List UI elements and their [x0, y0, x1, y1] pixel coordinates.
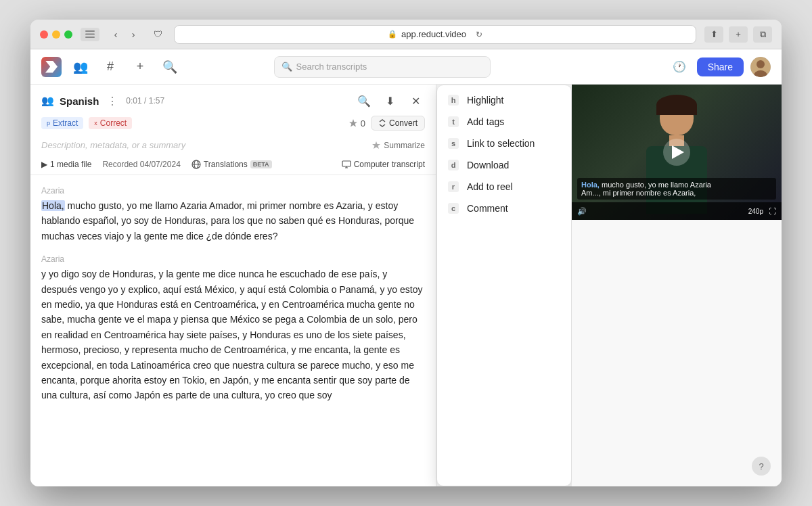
ai-icon — [348, 118, 358, 128]
quality-label[interactable]: 240p — [748, 208, 763, 215]
description-row: Description, metadata, or a summary Summ… — [41, 136, 425, 154]
transcript-close-btn[interactable]: ✕ — [406, 91, 425, 110]
svg-rect-0 — [85, 30, 95, 32]
transcript-text-2[interactable]: y yo digo soy de Honduras, y la gente me… — [41, 267, 425, 403]
hashtag-nav-btn[interactable]: # — [99, 56, 121, 78]
transcript-search-btn[interactable]: 🔍 — [355, 91, 374, 110]
extract-label: Extract — [53, 118, 78, 128]
add-nav-btn[interactable]: + — [129, 56, 151, 78]
correct-tag[interactable]: x Correct — [89, 117, 132, 129]
svg-rect-2 — [85, 37, 95, 38]
history-btn[interactable]: 🕐 — [669, 56, 690, 78]
shortcut-s: s — [448, 138, 459, 149]
person-head — [660, 98, 694, 135]
shortcut-d: d — [448, 160, 459, 170]
globe-icon — [191, 160, 201, 169]
subtitle-text-2: Am..., mi primer nombre es Azaria, — [581, 189, 696, 197]
translations-label: Translations — [204, 160, 248, 169]
tabs-action[interactable]: ⧉ — [753, 26, 772, 43]
video-container: Hola, mucho gusto, yo me llamo Azaria Am… — [572, 85, 782, 220]
transcript-download-btn[interactable]: ⬇ — [380, 91, 399, 110]
shortcut-t: t — [448, 116, 459, 127]
full-layout: 👥 # + 🔍 🔍 Search transcripts 🕐 Share — [30, 49, 782, 486]
context-highlight[interactable]: h Highlight — [437, 89, 571, 111]
svg-rect-9 — [342, 161, 351, 166]
shortcut-c: c — [448, 203, 459, 214]
triangle-icon: ▶ — [41, 160, 47, 169]
close-button[interactable] — [40, 30, 48, 39]
computer-transcript-label: Computer transcript — [354, 160, 425, 169]
titlebar-right: ⬆ + ⧉ — [704, 26, 772, 43]
correct-label: Correct — [100, 118, 127, 128]
meta-row: ▶ 1 media file Recorded 04/07/2024 — [41, 154, 425, 175]
context-download[interactable]: d Download — [437, 154, 571, 176]
nav-arrows: ‹ › — [108, 26, 141, 43]
lock-icon: 🔒 — [388, 30, 397, 39]
more-options-btn[interactable]: ⋮ — [104, 93, 120, 109]
share-action[interactable]: ⬆ — [704, 26, 723, 43]
share-btn[interactable]: Share — [697, 58, 744, 76]
tags-row: p Extract x Correct 0 — [41, 116, 425, 131]
summarize-icon — [371, 141, 381, 150]
new-tab-action[interactable]: + — [729, 26, 748, 43]
url-bar[interactable]: 🔒 app.reduct.video ↻ — [174, 25, 696, 44]
translations-btn[interactable]: Translations BETA — [191, 160, 272, 169]
context-menu: h Highlight t Add tags s Link to selecti… — [436, 85, 572, 486]
fullscreen-button[interactable] — [64, 30, 72, 39]
tags-right: 0 Convert — [348, 116, 425, 131]
video-bg — [572, 85, 782, 220]
highlight-label: Highlight — [467, 95, 560, 106]
search-placeholder: Search transcripts — [296, 62, 367, 72]
people-nav-btn[interactable]: 👥 — [70, 56, 91, 78]
people-icon: 👥 — [41, 95, 54, 107]
logo[interactable] — [41, 57, 62, 77]
transcript-content: Azaria Hola, mucho gusto, yo me llamo Az… — [30, 175, 436, 486]
search-bar[interactable]: 🔍 Search transcripts — [274, 56, 491, 78]
play-triangle-icon — [672, 145, 684, 159]
convert-btn[interactable]: Convert — [371, 116, 425, 131]
summarize-btn[interactable]: Summarize — [371, 141, 425, 150]
forward-button[interactable]: › — [125, 26, 141, 43]
media-file-btn[interactable]: ▶ 1 media file — [41, 160, 91, 169]
convert-label: Convert — [389, 118, 418, 128]
media-file-label: 1 media file — [50, 160, 91, 169]
transcript-title-row: 👥 Spanish ⋮ 0:01 / 1:57 🔍 ⬇ ✕ — [41, 91, 425, 110]
video-subtitle: Hola, mucho gusto, yo me llamo Azaria Am… — [577, 178, 776, 200]
search-nav-btn[interactable]: 🔍 — [159, 56, 181, 78]
back-button[interactable]: ‹ — [108, 26, 124, 43]
fullscreen-icon[interactable]: ⛶ — [769, 207, 776, 215]
shield-icon: 🛡 — [150, 26, 166, 43]
sidebar-toggle[interactable] — [81, 28, 99, 41]
shortcut-h: h — [448, 95, 459, 106]
minimize-button[interactable] — [52, 30, 60, 39]
subtitle-highlight: Hola, — [581, 181, 600, 189]
transcript-header: 👥 Spanish ⋮ 0:01 / 1:57 🔍 ⬇ ✕ — [30, 85, 436, 175]
shortcut-r: r — [448, 181, 459, 192]
speaker-name-2: Azaria — [41, 254, 425, 264]
context-add-reel[interactable]: r Add to reel — [437, 176, 571, 198]
extract-tag[interactable]: p Extract — [41, 117, 83, 129]
context-add-tags[interactable]: t Add tags — [437, 111, 571, 133]
audio-icon[interactable]: 🔊 — [577, 207, 587, 216]
comment-label: Comment — [467, 203, 560, 214]
summarize-label: Summarize — [384, 141, 425, 150]
context-link-selection[interactable]: s Link to selection — [437, 133, 571, 154]
help-btn[interactable]: ? — [752, 457, 771, 476]
context-comment[interactable]: c Comment — [437, 198, 571, 219]
avatar[interactable] — [750, 57, 771, 77]
transcript-text-1[interactable]: Hola, mucho gusto, yo me llamo Azaria Am… — [41, 198, 425, 244]
titlebar: ‹ › 🛡 🔒 app.reduct.video ↻ ⬆ + ⧉ — [30, 20, 782, 49]
traffic-lights — [40, 30, 72, 39]
play-button[interactable] — [663, 139, 690, 166]
download-label: Download — [467, 160, 560, 170]
url-text: app.reduct.video — [401, 29, 466, 39]
video-panel: Hola, mucho gusto, yo me llamo Azaria Am… — [572, 85, 782, 486]
description-placeholder[interactable]: Description, metadata, or a summary — [41, 140, 185, 150]
subtitle-text: mucho gusto, yo me llamo Azaria — [602, 181, 711, 189]
highlighted-word: Hola, — [41, 200, 65, 211]
person-hair — [656, 95, 697, 115]
computer-transcript-btn[interactable]: Computer transcript — [342, 160, 425, 169]
transcript-title: Spanish — [60, 95, 99, 107]
beta-badge: BETA — [250, 160, 272, 168]
video-controls-bar: 🔊 240p ⛶ — [572, 202, 782, 220]
